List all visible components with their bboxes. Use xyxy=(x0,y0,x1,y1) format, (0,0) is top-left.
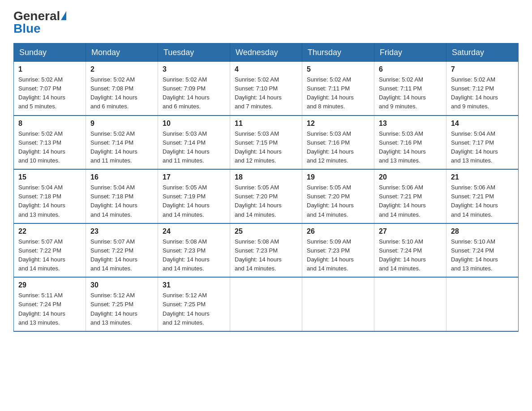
day-number: 20 xyxy=(379,173,442,181)
day-info: Sunrise: 5:06 AMSunset: 7:21 PMDaylight:… xyxy=(451,184,498,218)
day-info: Sunrise: 5:02 AMSunset: 7:07 PMDaylight:… xyxy=(18,76,65,110)
day-number: 23 xyxy=(90,227,153,235)
calendar-week-row: 8 Sunrise: 5:02 AMSunset: 7:13 PMDayligh… xyxy=(14,116,519,170)
day-number: 14 xyxy=(451,120,514,128)
calendar-cell: 1 Sunrise: 5:02 AMSunset: 7:07 PMDayligh… xyxy=(14,62,86,116)
day-info: Sunrise: 5:10 AMSunset: 7:24 PMDaylight:… xyxy=(451,238,498,272)
calendar-cell: 7 Sunrise: 5:02 AMSunset: 7:12 PMDayligh… xyxy=(446,62,519,116)
day-number: 16 xyxy=(90,173,153,181)
calendar-cell: 18 Sunrise: 5:05 AMSunset: 7:20 PMDaylig… xyxy=(230,169,302,223)
logo: General Blue xyxy=(13,9,66,36)
day-info: Sunrise: 5:02 AMSunset: 7:08 PMDaylight:… xyxy=(90,76,137,110)
day-info: Sunrise: 5:11 AMSunset: 7:24 PMDaylight:… xyxy=(18,292,65,325)
weekday-header-row: SundayMondayTuesdayWednesdayThursdayFrid… xyxy=(14,43,519,62)
day-info: Sunrise: 5:07 AMSunset: 7:22 PMDaylight:… xyxy=(18,238,65,272)
calendar-week-row: 15 Sunrise: 5:04 AMSunset: 7:18 PMDaylig… xyxy=(14,169,519,223)
calendar-cell: 21 Sunrise: 5:06 AMSunset: 7:21 PMDaylig… xyxy=(446,169,519,223)
calendar-cell: 23 Sunrise: 5:07 AMSunset: 7:22 PMDaylig… xyxy=(86,223,158,278)
day-info: Sunrise: 5:02 AMSunset: 7:11 PMDaylight:… xyxy=(379,76,426,110)
calendar-cell: 29 Sunrise: 5:11 AMSunset: 7:24 PMDaylig… xyxy=(14,277,86,331)
day-number: 6 xyxy=(379,65,442,73)
day-number: 19 xyxy=(307,173,369,181)
weekday-header-saturday: Saturday xyxy=(446,43,519,62)
calendar-cell: 10 Sunrise: 5:03 AMSunset: 7:14 PMDaylig… xyxy=(158,116,230,170)
day-number: 4 xyxy=(235,65,297,73)
day-number: 11 xyxy=(235,120,297,128)
day-info: Sunrise: 5:03 AMSunset: 7:15 PMDaylight:… xyxy=(235,130,282,164)
day-number: 10 xyxy=(163,120,225,128)
weekday-header-thursday: Thursday xyxy=(302,43,374,62)
day-number: 3 xyxy=(163,65,225,73)
calendar-cell: 2 Sunrise: 5:02 AMSunset: 7:08 PMDayligh… xyxy=(86,62,158,116)
logo-blue-text: Blue xyxy=(13,21,41,35)
day-number: 1 xyxy=(18,65,81,73)
day-number: 5 xyxy=(307,65,369,73)
page-header: General Blue xyxy=(13,9,519,36)
calendar-cell: 22 Sunrise: 5:07 AMSunset: 7:22 PMDaylig… xyxy=(14,223,86,278)
calendar-cell: 20 Sunrise: 5:06 AMSunset: 7:21 PMDaylig… xyxy=(374,169,446,223)
calendar-cell: 13 Sunrise: 5:03 AMSunset: 7:16 PMDaylig… xyxy=(374,116,446,170)
day-info: Sunrise: 5:04 AMSunset: 7:17 PMDaylight:… xyxy=(451,130,498,164)
weekday-header-sunday: Sunday xyxy=(14,43,86,62)
weekday-header-wednesday: Wednesday xyxy=(230,43,302,62)
day-info: Sunrise: 5:08 AMSunset: 7:23 PMDaylight:… xyxy=(163,238,210,272)
calendar-cell: 27 Sunrise: 5:10 AMSunset: 7:24 PMDaylig… xyxy=(374,223,446,278)
day-info: Sunrise: 5:03 AMSunset: 7:16 PMDaylight:… xyxy=(307,130,354,164)
calendar-cell: 3 Sunrise: 5:02 AMSunset: 7:09 PMDayligh… xyxy=(158,62,230,116)
day-number: 8 xyxy=(18,120,81,128)
calendar-cell: 28 Sunrise: 5:10 AMSunset: 7:24 PMDaylig… xyxy=(446,223,519,278)
day-number: 25 xyxy=(235,227,297,235)
day-info: Sunrise: 5:02 AMSunset: 7:09 PMDaylight:… xyxy=(163,76,210,110)
day-info: Sunrise: 5:06 AMSunset: 7:21 PMDaylight:… xyxy=(379,184,426,218)
day-info: Sunrise: 5:05 AMSunset: 7:19 PMDaylight:… xyxy=(163,184,210,218)
calendar-table: SundayMondayTuesdayWednesdayThursdayFrid… xyxy=(13,43,519,332)
day-number: 18 xyxy=(235,173,297,181)
day-info: Sunrise: 5:08 AMSunset: 7:23 PMDaylight:… xyxy=(235,238,282,272)
calendar-week-row: 1 Sunrise: 5:02 AMSunset: 7:07 PMDayligh… xyxy=(14,62,519,116)
day-info: Sunrise: 5:02 AMSunset: 7:13 PMDaylight:… xyxy=(18,130,65,164)
day-number: 31 xyxy=(163,281,225,289)
day-info: Sunrise: 5:02 AMSunset: 7:10 PMDaylight:… xyxy=(235,76,282,110)
day-info: Sunrise: 5:09 AMSunset: 7:23 PMDaylight:… xyxy=(307,238,354,272)
weekday-header-tuesday: Tuesday xyxy=(158,43,230,62)
day-info: Sunrise: 5:05 AMSunset: 7:20 PMDaylight:… xyxy=(307,184,354,218)
day-number: 9 xyxy=(90,120,153,128)
day-number: 7 xyxy=(451,65,514,73)
calendar-cell: 25 Sunrise: 5:08 AMSunset: 7:23 PMDaylig… xyxy=(230,223,302,278)
day-number: 2 xyxy=(90,65,153,73)
day-info: Sunrise: 5:12 AMSunset: 7:25 PMDaylight:… xyxy=(90,292,137,325)
day-info: Sunrise: 5:12 AMSunset: 7:25 PMDaylight:… xyxy=(163,292,210,325)
calendar-cell: 9 Sunrise: 5:02 AMSunset: 7:14 PMDayligh… xyxy=(86,116,158,170)
calendar-cell: 4 Sunrise: 5:02 AMSunset: 7:10 PMDayligh… xyxy=(230,62,302,116)
day-info: Sunrise: 5:02 AMSunset: 7:14 PMDaylight:… xyxy=(90,130,137,164)
day-number: 26 xyxy=(307,227,369,235)
calendar-week-row: 22 Sunrise: 5:07 AMSunset: 7:22 PMDaylig… xyxy=(14,223,519,278)
calendar-cell xyxy=(230,277,302,331)
day-number: 27 xyxy=(379,227,442,235)
calendar-cell: 14 Sunrise: 5:04 AMSunset: 7:17 PMDaylig… xyxy=(446,116,519,170)
day-info: Sunrise: 5:07 AMSunset: 7:22 PMDaylight:… xyxy=(90,238,137,272)
weekday-header-monday: Monday xyxy=(86,43,158,62)
calendar-cell: 24 Sunrise: 5:08 AMSunset: 7:23 PMDaylig… xyxy=(158,223,230,278)
calendar-cell: 17 Sunrise: 5:05 AMSunset: 7:19 PMDaylig… xyxy=(158,169,230,223)
day-number: 30 xyxy=(90,281,153,289)
day-number: 22 xyxy=(18,227,81,235)
weekday-header-friday: Friday xyxy=(374,43,446,62)
calendar-cell: 19 Sunrise: 5:05 AMSunset: 7:20 PMDaylig… xyxy=(302,169,374,223)
day-number: 29 xyxy=(18,281,81,289)
day-info: Sunrise: 5:04 AMSunset: 7:18 PMDaylight:… xyxy=(90,184,137,218)
day-number: 15 xyxy=(18,173,81,181)
day-info: Sunrise: 5:03 AMSunset: 7:16 PMDaylight:… xyxy=(379,130,426,164)
day-number: 24 xyxy=(163,227,225,235)
day-info: Sunrise: 5:04 AMSunset: 7:18 PMDaylight:… xyxy=(18,184,65,218)
day-info: Sunrise: 5:02 AMSunset: 7:12 PMDaylight:… xyxy=(451,76,498,110)
calendar-cell: 15 Sunrise: 5:04 AMSunset: 7:18 PMDaylig… xyxy=(14,169,86,223)
day-number: 17 xyxy=(163,173,225,181)
calendar-cell: 26 Sunrise: 5:09 AMSunset: 7:23 PMDaylig… xyxy=(302,223,374,278)
calendar-cell xyxy=(302,277,374,331)
day-number: 21 xyxy=(451,173,514,181)
calendar-cell: 6 Sunrise: 5:02 AMSunset: 7:11 PMDayligh… xyxy=(374,62,446,116)
calendar-cell: 16 Sunrise: 5:04 AMSunset: 7:18 PMDaylig… xyxy=(86,169,158,223)
day-number: 12 xyxy=(307,120,369,128)
day-info: Sunrise: 5:02 AMSunset: 7:11 PMDaylight:… xyxy=(307,76,354,110)
